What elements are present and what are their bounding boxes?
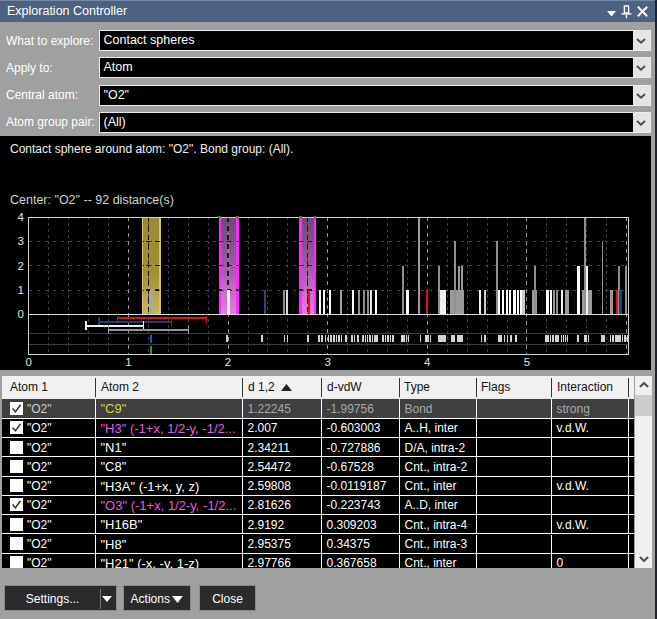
svg-text:0: 0 [18, 308, 24, 320]
svg-text:1: 1 [125, 356, 131, 368]
svg-text:3: 3 [18, 235, 24, 247]
svg-text:1: 1 [18, 284, 24, 296]
svg-text:4: 4 [424, 356, 431, 368]
svg-text:5: 5 [524, 356, 530, 368]
svg-text:2: 2 [225, 356, 231, 368]
svg-text:2: 2 [18, 260, 24, 272]
svg-text:3: 3 [324, 356, 330, 368]
svg-text:4: 4 [18, 211, 25, 223]
svg-text:0: 0 [26, 356, 32, 368]
